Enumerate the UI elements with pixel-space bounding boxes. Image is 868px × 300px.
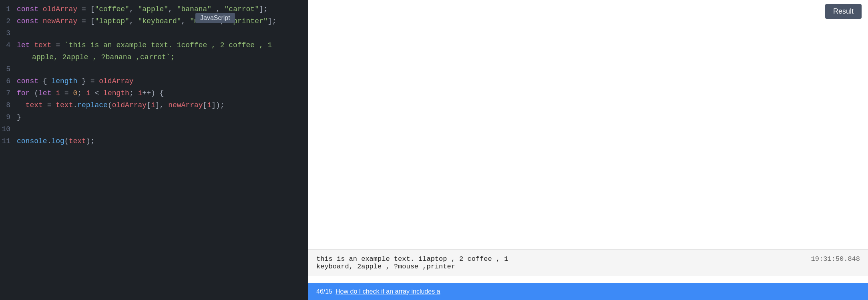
bottom-bar-link[interactable]: How do I check if an array includes a (336, 288, 440, 295)
bottom-bar-position: 46 (316, 288, 323, 295)
bottom-bar-total: 15 (325, 288, 332, 295)
bottom-bar: 46 / 15 How do I check if an array inclu… (308, 283, 868, 300)
line-number-3: 3 (0, 27, 15, 39)
line-content-11: console.log(text); (15, 135, 308, 147)
line-content-10 (15, 123, 308, 135)
code-line-11: 11 console.log(text); (0, 135, 308, 147)
line-number-5: 5 (0, 63, 15, 75)
language-badge: JavaScript (195, 13, 235, 23)
result-panel: Result this is an example text. 1laptop … (308, 0, 868, 300)
line-number-4: 4 (0, 39, 15, 51)
line-number-2: 2 (0, 15, 15, 27)
console-timestamp: 19:31:50.848 (803, 255, 860, 263)
result-button[interactable]: Result (825, 4, 862, 19)
code-line-10: 10 (0, 123, 308, 135)
code-line-2: 2 const newArray = ["laptop", "keyboard"… (0, 15, 308, 27)
line-number-8: 8 (0, 99, 15, 111)
line-number-6: 6 (0, 75, 15, 87)
line-content-8: text = text.replace(oldArray[i], newArra… (15, 99, 308, 111)
console-line-1: this is an example text. 1laptop , 2 cof… (316, 255, 803, 263)
line-content-1: const oldArray = ["coffee", "apple", "ba… (15, 3, 308, 15)
console-output: this is an example text. 1laptop , 2 cof… (308, 249, 868, 276)
code-area: JavaScript 1 const oldArray = ["coffee",… (0, 0, 308, 300)
line-content-5 (15, 63, 308, 75)
line-content-3 (15, 27, 308, 39)
code-editor[interactable]: JavaScript 1 const oldArray = ["coffee",… (0, 0, 308, 300)
code-line-8: 8 text = text.replace(oldArray[i], newAr… (0, 99, 308, 111)
line-number-11: 11 (0, 135, 15, 147)
line-content-7: for (let i = 0; i < length; i++) { (15, 87, 308, 99)
code-line-1: 1 const oldArray = ["coffee", "apple", "… (0, 3, 308, 15)
line-content-2: const newArray = ["laptop", "keyboard", … (15, 15, 308, 27)
code-line-4: 4 let text = `this is an example text. 1… (0, 39, 308, 63)
line-content-4b: apple, 2apple , ?banana ,carrot`; (15, 51, 175, 63)
console-line-2: keyboard, 2apple , ?mouse ,printer (316, 263, 803, 270)
code-line-9: 9 } (0, 111, 308, 123)
line-number-9: 9 (0, 111, 15, 123)
code-line-7: 7 for (let i = 0; i < length; i++) { (0, 87, 308, 99)
console-text: this is an example text. 1laptop , 2 cof… (316, 255, 803, 270)
line-number-7: 7 (0, 87, 15, 99)
code-line-5: 5 (0, 63, 308, 75)
line-content-4: let text = `this is an example text. 1co… (15, 39, 272, 51)
line-number-10: 10 (0, 123, 15, 135)
code-line-6: 6 const { length } = oldArray (0, 75, 308, 87)
line-content-6: const { length } = oldArray (15, 75, 308, 87)
line-number-1: 1 (0, 3, 15, 15)
code-line-3: 3 (0, 27, 308, 39)
line-content-9: } (15, 111, 308, 123)
result-header: Result (308, 0, 868, 23)
